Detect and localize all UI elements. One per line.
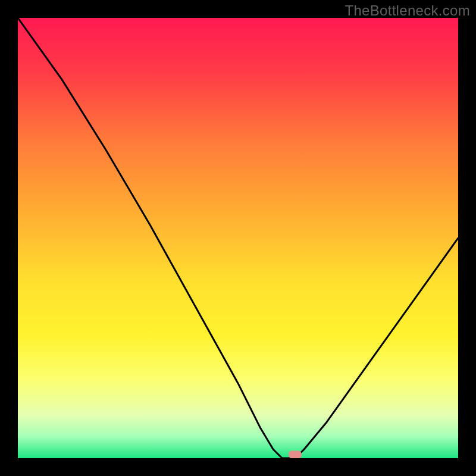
- watermark-text: TheBottleneck.com: [345, 2, 470, 19]
- plot-area: [18, 18, 458, 458]
- chart-container: TheBottleneck.com: [0, 0, 476, 476]
- optimal-marker: [289, 451, 302, 459]
- bottleneck-curve: [18, 18, 458, 458]
- curve-svg: [18, 18, 458, 458]
